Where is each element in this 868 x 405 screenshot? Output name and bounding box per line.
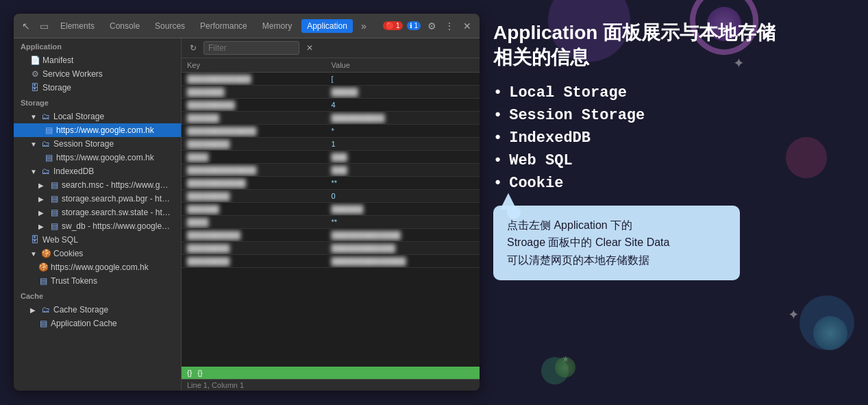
sidebar-indexeddb[interactable]: ▼ 🗂 IndexedDB bbox=[14, 164, 181, 178]
tab-elements[interactable]: Elements bbox=[55, 19, 100, 33]
table-row: ████████████[ bbox=[182, 73, 480, 86]
cookies-url-icon: 🍪 bbox=[38, 262, 48, 272]
application-section-label: Application bbox=[14, 38, 181, 53]
tab-console[interactable]: Console bbox=[104, 19, 145, 33]
cache-storage-arrow: ▶ bbox=[30, 306, 38, 314]
sidebar-session-storage-url[interactable]: ▤ https://www.google.com.hk bbox=[14, 151, 181, 164]
manifest-icon: 📄 bbox=[30, 56, 40, 65]
main-layout: ↖ ▭ Elements Console Sources Performance… bbox=[0, 0, 868, 405]
table-cell-value: ███ bbox=[326, 164, 480, 177]
cache-storage-icon: 🗂 bbox=[41, 305, 51, 315]
sidebar-local-storage[interactable]: ▼ 🗂 Local Storage bbox=[14, 110, 181, 123]
cookies-arrow: ▼ bbox=[30, 250, 38, 258]
sidebar-cookies-url[interactable]: 🍪 https://www.google.com.hk bbox=[14, 260, 181, 274]
tooltip-arrow bbox=[500, 193, 517, 210]
filter-clear-button[interactable]: ✕ bbox=[303, 42, 316, 54]
indexeddb-icon: 🗂 bbox=[41, 167, 51, 176]
table-cell-key: █████████████ bbox=[182, 125, 326, 138]
info-badge: ℹ 1 bbox=[407, 21, 421, 30]
app-cache-icon: ▤ bbox=[38, 319, 48, 328]
tooltip-text: 点击左侧 Application 下的Stroage 面板中的 Clear Si… bbox=[507, 217, 726, 269]
sidebar-web-sql[interactable]: 🗄 Web SQL bbox=[14, 233, 181, 247]
list-item: Cookie bbox=[493, 175, 854, 192]
table-cell-key: █████████████ bbox=[182, 164, 326, 177]
cookies-icon: 🍪 bbox=[41, 249, 51, 258]
table-row: ████** bbox=[182, 216, 480, 229]
storage-top-icon: 🗄 bbox=[30, 83, 40, 93]
settings-icon[interactable]: ⚙ bbox=[425, 19, 438, 33]
tab-application[interactable]: Application bbox=[301, 19, 353, 33]
devtools-sidebar: Application 📄 Manifest ⚙ Service Workers… bbox=[14, 38, 182, 391]
sidebar-app-cache[interactable]: ▤ Application Cache bbox=[14, 317, 181, 330]
table-row: ████████████ bbox=[182, 86, 480, 99]
table-row: ████████0 bbox=[182, 190, 480, 203]
session-storage-url-icon: ▤ bbox=[44, 153, 53, 162]
filter-input[interactable] bbox=[203, 41, 299, 55]
sidebar-idb-pwa-bgr[interactable]: ▶ ▤ storage.search.pwa.bgr - https://w..… bbox=[14, 192, 181, 206]
tab-memory[interactable]: Memory bbox=[257, 19, 297, 33]
cache-section-label: Cache bbox=[14, 288, 181, 303]
table-cell-key: ████████ bbox=[182, 138, 326, 151]
sidebar-service-workers[interactable]: ⚙ Service Workers bbox=[14, 67, 181, 81]
idb-sw-state-icon: ▤ bbox=[49, 208, 59, 217]
status-bar: Line 1, Column 1 bbox=[182, 379, 480, 391]
table-cell-value: 4 bbox=[326, 99, 480, 112]
idb-pwa-bgr-arrow: ▶ bbox=[38, 195, 47, 203]
sidebar-idb-sw-state[interactable]: ▶ ▤ storage.search.sw.state - https://w.… bbox=[14, 206, 181, 219]
session-storage-arrow: ▼ bbox=[30, 140, 38, 148]
sidebar-local-storage-url[interactable]: ▤ https://www.google.com.hk bbox=[14, 123, 181, 137]
trust-tokens-icon: ▤ bbox=[38, 276, 48, 286]
sidebar-idb-search-msc[interactable]: ▶ ▤ search.msc - https://www.google.c... bbox=[14, 178, 181, 192]
table-row: ███████████** bbox=[182, 177, 480, 190]
devtools-panel: ↖ ▭ Elements Console Sources Performance… bbox=[14, 14, 480, 391]
table-cell-value: ██████████ bbox=[326, 112, 480, 125]
list-item: Web SQL bbox=[493, 152, 854, 169]
info-title: Application 面板展示与本地存储相关的信息 bbox=[493, 21, 854, 71]
more-tabs-icon[interactable]: » bbox=[357, 19, 371, 33]
idb-pwa-bgr-icon: ▤ bbox=[49, 194, 59, 204]
sidebar-idb-sw-db[interactable]: ▶ ▤ sw_db - https://www.google.com.hk bbox=[14, 219, 181, 233]
cursor-icon[interactable]: ↖ bbox=[19, 19, 33, 33]
devtools-main-content: ↻ ✕ Key Value ████████████[ bbox=[182, 38, 480, 391]
table-row: ███████ bbox=[182, 151, 480, 164]
sidebar-trust-tokens[interactable]: ▤ Trust Tokens bbox=[14, 274, 181, 288]
table-row: ████████████████ bbox=[182, 112, 480, 125]
table-cell-key: ███████ bbox=[182, 86, 326, 99]
table-cell-key: ████████████ bbox=[182, 73, 326, 86]
sidebar-cache-storage[interactable]: ▶ 🗂 Cache Storage bbox=[14, 303, 181, 317]
col-value: Value bbox=[326, 58, 480, 73]
local-storage-url-icon: ▤ bbox=[44, 125, 53, 135]
table-cell-value: ████████████ bbox=[326, 242, 480, 255]
table-cell-key: ███████████ bbox=[182, 177, 326, 190]
tab-sources[interactable]: Sources bbox=[149, 19, 190, 33]
refresh-button[interactable]: ↻ bbox=[187, 42, 199, 54]
device-icon[interactable]: ▭ bbox=[37, 19, 51, 33]
table-cell-value: ███ bbox=[326, 151, 480, 164]
table-cell-value: ██████████████ bbox=[326, 255, 480, 268]
table-cell-key: ██████████ bbox=[182, 229, 326, 242]
more-options-icon[interactable]: ⋮ bbox=[443, 19, 456, 33]
table-row: ████████████████████ bbox=[182, 242, 480, 255]
table-cell-value: ** bbox=[326, 177, 480, 190]
devtools-body: Application 📄 Manifest ⚙ Service Workers… bbox=[14, 38, 480, 391]
sidebar-cookies[interactable]: ▼ 🍪 Cookies bbox=[14, 247, 181, 260]
local-storage-icon: 🗂 bbox=[41, 112, 51, 121]
table-cell-value: * bbox=[326, 125, 480, 138]
idb-sw-db-arrow: ▶ bbox=[38, 223, 47, 230]
table-row: ████████████████ bbox=[182, 164, 480, 177]
sidebar-manifest[interactable]: 📄 Manifest bbox=[14, 53, 181, 67]
table-cell-key: ████████ bbox=[182, 190, 326, 203]
session-storage-icon: 🗂 bbox=[41, 139, 51, 149]
sidebar-storage-top[interactable]: 🗄 Storage bbox=[14, 81, 181, 95]
idb-sw-db-icon: ▤ bbox=[49, 221, 59, 231]
code-icon-2: {} bbox=[197, 369, 202, 377]
tab-performance[interactable]: Performance bbox=[195, 19, 253, 33]
table-cell-key: ████████ bbox=[182, 255, 326, 268]
info-list: Local StorageSession StorageIndexedDBWeb… bbox=[493, 84, 854, 192]
table-row: █████████████* bbox=[182, 125, 480, 138]
close-icon[interactable]: ✕ bbox=[460, 19, 474, 33]
tooltip-box: 点击左侧 Application 下的Stroage 面板中的 Clear Si… bbox=[493, 206, 740, 280]
web-sql-icon: 🗄 bbox=[30, 235, 40, 245]
storage-section-label: Storage bbox=[14, 95, 181, 110]
sidebar-session-storage[interactable]: ▼ 🗂 Session Storage bbox=[14, 137, 181, 151]
